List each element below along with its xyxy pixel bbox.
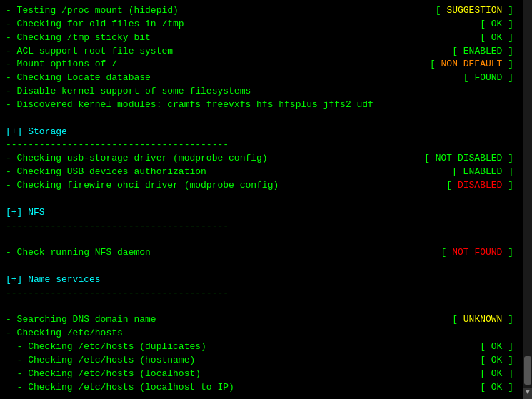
- line-status: [ OK ]: [480, 340, 513, 354]
- terminal-line: - Checking /etc/hosts (hostname)[ OK ]: [6, 354, 526, 368]
- line-text: - Checking Locate database: [6, 71, 151, 85]
- terminal-line: ----------------------------------------: [6, 287, 526, 300]
- line-status: [ ENABLED ]: [452, 166, 513, 179]
- line-text: - Checking USB devices authorization: [6, 166, 206, 179]
- terminal-line: - Checking firewire ohci driver (modprob…: [6, 179, 526, 193]
- line-text: - Checking /tmp sticky bit: [6, 31, 151, 45]
- line-status: [ OK ]: [480, 18, 513, 31]
- terminal-line: - Checking /etc/hosts: [6, 327, 526, 340]
- terminal-line: [6, 233, 526, 246]
- line-text: - Checking /etc/hosts (duplicates): [6, 340, 206, 354]
- terminal-line: - Checking /etc/hosts (duplicates)[ OK ]: [6, 340, 526, 354]
- terminal-line: - Checking /etc/hosts (localhost to IP)[…: [6, 381, 526, 395]
- terminal-line: - Disable kernel support of some filesys…: [6, 85, 526, 99]
- terminal-line: ----------------------------------------: [6, 220, 526, 233]
- terminal-line: [+] Name services: [6, 273, 526, 287]
- line-status: [ FOUND ]: [463, 71, 513, 85]
- terminal-line: [+] Storage: [6, 126, 526, 139]
- terminal-line: - ACL support root file system[ ENABLED …: [6, 45, 526, 59]
- line-text: - Check running NFS daemon: [6, 246, 151, 260]
- terminal-line: [6, 193, 526, 206]
- line-text: - ACL support root file system: [6, 45, 173, 59]
- line-status: [ OK ]: [480, 31, 513, 45]
- line-status: [ NOT FOUND ]: [441, 246, 513, 260]
- line-text: - Mount options of /: [6, 58, 117, 71]
- line-status: [ OK ]: [480, 354, 513, 368]
- line-status: [ OK ]: [480, 368, 513, 381]
- scrollbar[interactable]: ▼: [523, 0, 532, 399]
- terminal-output: - Testing /proc mount (hidepid)[ SUGGEST…: [6, 4, 526, 399]
- terminal-line: - Checking Locate database[ FOUND ]: [6, 71, 526, 85]
- terminal-line: [6, 394, 526, 399]
- line-status: [ UNKNOWN ]: [452, 313, 513, 327]
- terminal-line: ----------------------------------------: [6, 138, 526, 152]
- scrollbar-thumb[interactable]: [524, 356, 531, 385]
- line-text: - Checking firewire ohci driver (modprob…: [6, 179, 278, 193]
- line-text: - Testing /proc mount (hidepid): [6, 4, 179, 18]
- line-status: [ SUGGESTION ]: [436, 4, 513, 18]
- terminal-line: - Mount options of /[ NON DEFAULT ]: [6, 58, 526, 71]
- terminal-line: [+] NFS: [6, 206, 526, 220]
- terminal-line: - Check running NFS daemon[ NOT FOUND ]: [6, 246, 526, 260]
- terminal-line: - Checking usb-storage driver (modprobe …: [6, 152, 526, 166]
- line-text: - Searching DNS domain name: [6, 313, 156, 327]
- line-text: - Checking /etc/hosts (hostname): [6, 354, 195, 368]
- line-text: - Checking usb-storage driver (modprobe …: [6, 152, 268, 166]
- terminal-line: [6, 112, 526, 126]
- terminal-line: - Checking /etc/hosts (localhost)[ OK ]: [6, 368, 526, 381]
- line-text: - Checking /etc/hosts (localhost): [6, 368, 201, 381]
- terminal-line: - Searching DNS domain name[ UNKNOWN ]: [6, 313, 526, 327]
- line-text: - Checking /etc/hosts (localhost to IP): [6, 381, 234, 395]
- terminal-line: - Discovered kernel modules: cramfs free…: [6, 99, 526, 112]
- line-status: [ OK ]: [480, 381, 513, 395]
- scroll-down-arrow[interactable]: ▼: [523, 388, 532, 399]
- line-text: - Checking for old files in /tmp: [6, 18, 184, 31]
- terminal-line: - Testing /proc mount (hidepid)[ SUGGEST…: [6, 4, 526, 18]
- terminal-line: - Checking for old files in /tmp[ OK ]: [6, 18, 526, 31]
- line-status: [ NOT DISABLED ]: [424, 152, 513, 166]
- line-status: [ NON DEFAULT ]: [430, 58, 513, 71]
- terminal-line: [6, 260, 526, 273]
- terminal-line: [6, 300, 526, 314]
- terminal-line: - Checking USB devices authorization[ EN…: [6, 166, 526, 179]
- terminal-line: - Checking /tmp sticky bit[ OK ]: [6, 31, 526, 45]
- line-status: [ ENABLED ]: [452, 45, 513, 59]
- line-status: [ DISABLED ]: [446, 179, 513, 193]
